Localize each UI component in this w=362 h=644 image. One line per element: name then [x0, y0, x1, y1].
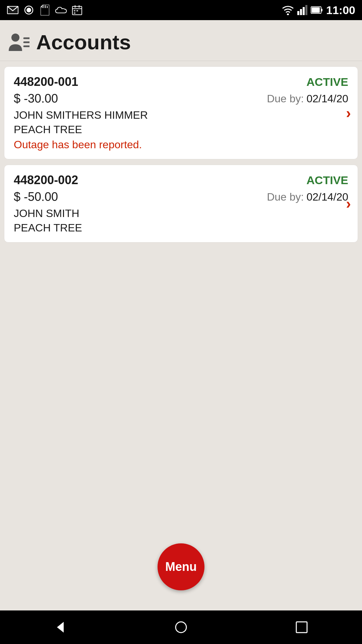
- account-2-amount: $ -50.00: [14, 190, 58, 204]
- account-1-number: 448200-001: [14, 75, 78, 89]
- account-1-status: ACTIVE: [306, 75, 348, 89]
- status-bar: 11:00: [0, 0, 362, 20]
- time-display: 11:00: [326, 4, 355, 17]
- account-card-1[interactable]: 448200-001 ACTIVE $ -30.00 Due by: 02/14…: [4, 66, 358, 159]
- sd-card-icon: [39, 4, 51, 16]
- account-1-location: PEACH TREE: [14, 123, 348, 136]
- svg-point-15: [287, 13, 289, 15]
- svg-rect-16: [297, 11, 299, 15]
- account-1-amount: $ -30.00: [14, 92, 58, 106]
- home-button[interactable]: [168, 614, 194, 641]
- account-2-due-date: 02/14/20: [306, 191, 348, 203]
- accounts-list: 448200-001 ACTIVE $ -30.00 Due by: 02/14…: [0, 61, 362, 253]
- content-spacer: [0, 253, 362, 537]
- svg-rect-18: [303, 7, 305, 15]
- svg-rect-22: [312, 7, 320, 13]
- svg-point-3: [26, 8, 31, 12]
- svg-point-23: [11, 34, 19, 42]
- svg-rect-12: [74, 10, 75, 11]
- gmail-icon: [7, 4, 19, 16]
- svg-marker-27: [57, 622, 64, 633]
- back-button[interactable]: [47, 614, 74, 641]
- account-1-due-date: 02/14/20: [306, 93, 348, 105]
- account-2-due-label: Due by:: [267, 191, 304, 203]
- recents-button[interactable]: [288, 614, 315, 641]
- svg-rect-19: [305, 5, 307, 15]
- menu-button[interactable]: Menu: [158, 543, 204, 590]
- account-1-due: Due by: 02/14/20: [267, 93, 348, 105]
- account-1-amount-row: $ -30.00 Due by: 02/14/20: [14, 92, 348, 106]
- svg-rect-21: [321, 9, 322, 11]
- status-icons-right: 11:00: [282, 4, 355, 17]
- page-title: Accounts: [36, 30, 131, 54]
- nav-bar: [0, 610, 362, 644]
- account-card-2[interactable]: 448200-002 ACTIVE $ -50.00 Due by: 02/14…: [4, 165, 358, 243]
- status-icons-left: [7, 4, 83, 16]
- account-1-chevron: ›: [346, 106, 351, 120]
- calendar-icon: [71, 4, 83, 16]
- account-1-outage: Outage has been reported.: [14, 139, 348, 151]
- cloud-icon: [55, 4, 67, 16]
- battery-icon: [311, 6, 323, 14]
- page-header: Accounts: [0, 20, 362, 61]
- svg-rect-29: [296, 622, 307, 633]
- svg-rect-14: [74, 12, 75, 14]
- account-2-chevron: ›: [346, 196, 351, 211]
- svg-rect-13: [76, 10, 78, 11]
- account-2-header: 448200-002 ACTIVE: [14, 173, 348, 187]
- wifi-icon: [282, 5, 294, 15]
- account-2-location: PEACH TREE: [14, 222, 348, 234]
- account-2-number: 448200-002: [14, 173, 78, 187]
- account-1-due-label: Due by:: [267, 93, 304, 105]
- account-1-header: 448200-001 ACTIVE: [14, 75, 348, 89]
- account-1-name: JOHN SMITHERS HIMMER: [14, 109, 348, 121]
- accounts-icon: [8, 32, 29, 53]
- record-icon: [23, 4, 35, 16]
- account-2-name: JOHN SMITH: [14, 207, 348, 220]
- signal-icon: [297, 5, 307, 15]
- svg-rect-17: [300, 9, 302, 15]
- account-2-due: Due by: 02/14/20: [267, 191, 348, 203]
- account-2-amount-row: $ -50.00 Due by: 02/14/20: [14, 190, 348, 204]
- svg-point-28: [176, 622, 186, 633]
- menu-area: Menu: [0, 537, 362, 610]
- account-2-status: ACTIVE: [306, 174, 348, 187]
